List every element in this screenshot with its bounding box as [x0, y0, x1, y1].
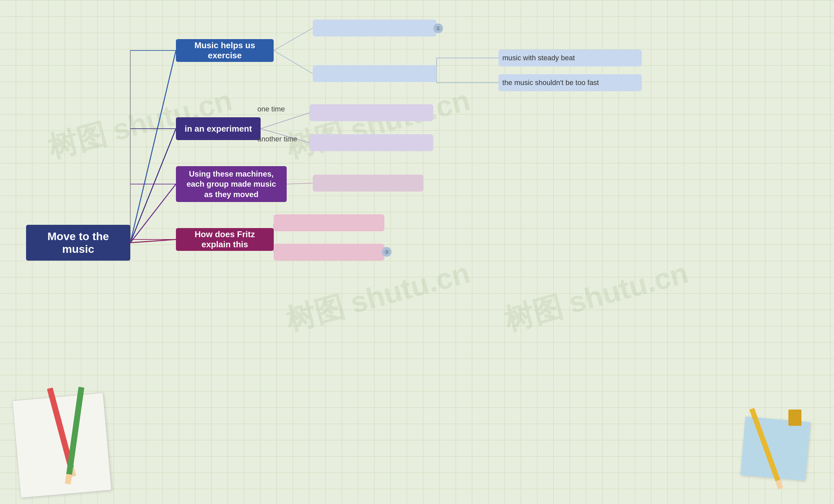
branch4-node: How does Fritz explain this: [176, 228, 273, 251]
leaf-branch1-2: [313, 65, 437, 82]
leaf-branch4-2: [273, 244, 385, 261]
binder-clip-decoration: [788, 410, 802, 426]
label-another-time: another time: [257, 135, 297, 144]
leaf-branch3-1: [313, 175, 423, 192]
leaf-branch2-1: [309, 104, 433, 121]
leaf-branch1-1: [313, 20, 437, 37]
branch1-node: Music helps us exercise: [176, 39, 273, 62]
leaf-branch2-2: [309, 134, 433, 151]
leaf-branch1-2a: music with steady beat: [499, 49, 642, 66]
branch2-node: in an experiment: [176, 117, 261, 140]
root-node: Move to the music: [26, 225, 130, 261]
leaf-branch4-1: [273, 214, 385, 231]
label-one-time: one time: [257, 105, 285, 113]
num-circle-1: ①: [433, 23, 443, 33]
branch3-node: Using these machines, each group made mu…: [176, 166, 287, 202]
num-circle-2: ②: [382, 247, 392, 257]
leaf-branch1-2b: the music shouldn't be too fast: [499, 74, 642, 91]
